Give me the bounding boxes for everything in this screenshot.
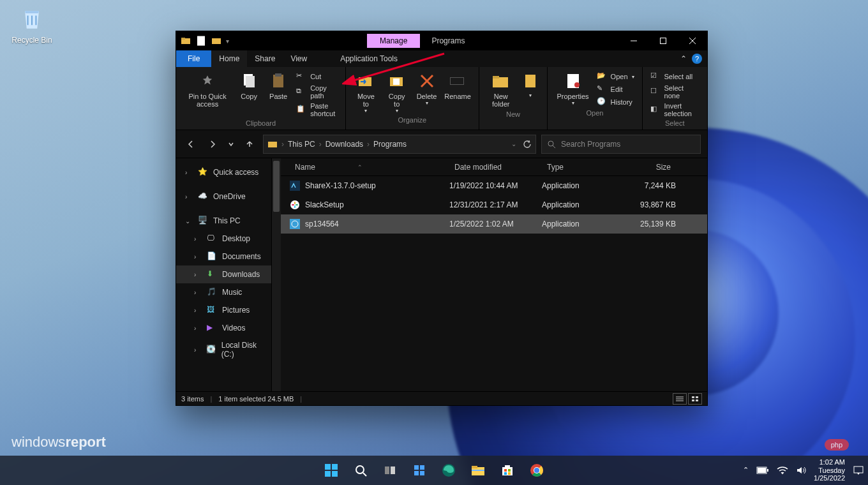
column-headers[interactable]: Name⌃ Date modified Type Size — [281, 158, 707, 176]
taskbar[interactable]: ⌃ 1:02 AM Tuesday 1/25/2022 — [0, 456, 868, 485]
copy-to-icon — [387, 71, 407, 91]
file-row[interactable]: SlackSetup12/31/2021 2:17 AMApplication9… — [281, 195, 707, 214]
sidebar-local-disk[interactable]: ›💽Local Disk (C:) — [176, 337, 271, 362]
file-date: 12/31/2021 2:17 AM — [449, 200, 542, 209]
search-box[interactable]: Search Programs — [541, 135, 701, 154]
file-size: 93,867 KB — [618, 200, 676, 209]
chrome-button[interactable] — [524, 458, 550, 483]
file-size: 7,244 KB — [618, 181, 676, 190]
collapse-ribbon-icon[interactable]: ⌃ — [680, 54, 687, 63]
sidebar-onedrive[interactable]: ›☁️OneDrive — [176, 188, 271, 205]
file-size: 25,139 KB — [618, 220, 676, 228]
pin-icon — [197, 71, 218, 91]
tray-chevron-icon[interactable]: ⌃ — [743, 466, 749, 474]
svg-rect-39 — [692, 396, 694, 398]
minimize-button[interactable] — [619, 31, 648, 50]
svg-rect-59 — [502, 467, 513, 475]
volume-icon[interactable] — [796, 466, 806, 475]
sidebar-downloads[interactable]: ›⬇Downloads — [176, 265, 271, 283]
search-button[interactable] — [348, 458, 373, 483]
delete-button[interactable]: Delete▾ — [413, 70, 441, 107]
sidebar-this-pc[interactable]: ⌄🖥️This PC — [176, 212, 271, 230]
forward-button[interactable] — [204, 136, 221, 153]
breadcrumb-programs[interactable]: Programs — [373, 140, 407, 149]
address-bar[interactable]: › This PC › Downloads › Programs ⌄ — [263, 135, 536, 154]
help-icon[interactable]: ? — [692, 54, 702, 64]
copy-to-button[interactable]: Copy to▾ — [382, 70, 412, 115]
status-selection: 1 item selected 24.5 MB — [218, 395, 294, 403]
sidebar-quick-access[interactable]: ›⭐Quick access — [176, 163, 271, 181]
details-view-button[interactable] — [673, 393, 687, 405]
pin-to-quick-access-button[interactable]: Pin to Quick access — [181, 70, 234, 109]
sidebar-scrollbar[interactable] — [272, 158, 281, 391]
titlebar[interactable]: ▾ Manage Programs — [176, 31, 707, 50]
new-item-button[interactable]: ▾ — [519, 70, 542, 100]
breadcrumb-downloads[interactable]: Downloads — [326, 140, 363, 149]
system-tray[interactable]: ⌃ 1:02 AM Tuesday 1/25/2022 — [743, 458, 864, 482]
up-button[interactable] — [241, 136, 258, 153]
thumbnails-view-button[interactable] — [688, 393, 702, 405]
file-tab[interactable]: File — [176, 50, 211, 67]
battery-icon[interactable] — [756, 466, 769, 474]
file-row[interactable]: sp1345641/25/2022 1:02 AMApplication25,1… — [281, 214, 707, 234]
invert-selection-button[interactable]: ◧Invert selection — [648, 101, 702, 118]
paste-shortcut-button[interactable]: 📋Paste shortcut — [294, 101, 340, 118]
paste-shortcut-icon: 📋 — [296, 105, 306, 115]
back-button[interactable] — [183, 136, 199, 153]
group-select: Select — [665, 118, 685, 128]
close-button[interactable] — [678, 31, 707, 50]
move-to-button[interactable]: Move to▾ — [351, 70, 381, 115]
new-folder-button[interactable]: New folder — [484, 70, 518, 109]
home-tab[interactable]: Home — [211, 50, 247, 67]
file-date: 1/19/2022 10:44 AM — [449, 181, 542, 190]
rename-button[interactable]: Rename — [442, 70, 474, 101]
svg-point-23 — [574, 82, 580, 87]
svg-rect-24 — [268, 142, 277, 147]
sidebar-documents[interactable]: ›📄Documents — [176, 248, 271, 265]
application-tools-tab[interactable]: Application Tools — [333, 50, 405, 67]
svg-rect-33 — [290, 219, 300, 229]
pc-icon: 🖥️ — [198, 216, 208, 226]
share-tab[interactable]: Share — [247, 50, 283, 67]
paste-button[interactable]: Paste — [264, 70, 292, 101]
task-view-button[interactable] — [377, 458, 403, 483]
select-all-button[interactable]: ☑Select all — [648, 71, 702, 82]
file-explorer-button[interactable] — [465, 458, 491, 483]
navigation-pane[interactable]: ›⭐Quick access ›☁️OneDrive ⌄🖥️This PC ›🖵… — [176, 158, 272, 391]
file-row[interactable]: ShareX-13.7.0-setup1/19/2022 10:44 AMApp… — [281, 176, 707, 195]
microsoft-store-button[interactable] — [495, 458, 520, 483]
edge-button[interactable] — [436, 458, 461, 483]
notifications-icon[interactable] — [853, 465, 864, 475]
history-button[interactable]: 🕑History — [594, 96, 637, 108]
maximize-button[interactable] — [648, 31, 678, 50]
qat-chevron-icon[interactable]: ▾ — [226, 38, 229, 45]
copy-path-button[interactable]: ⧉Copy path — [294, 84, 340, 100]
svg-line-26 — [553, 146, 555, 148]
open-button[interactable]: 📂Open ▾ — [594, 71, 637, 82]
wifi-icon[interactable] — [777, 466, 788, 475]
breadcrumb-root[interactable]: This PC — [288, 140, 315, 149]
select-none-button[interactable]: ☐Select none — [648, 84, 702, 100]
start-button[interactable] — [318, 458, 344, 483]
recent-locations-button[interactable] — [226, 136, 236, 153]
widgets-button[interactable] — [407, 458, 432, 483]
address-chevron-icon[interactable]: ⌄ — [511, 140, 516, 147]
sidebar-music[interactable]: ›🎵Music — [176, 283, 271, 301]
view-tab[interactable]: View — [283, 50, 315, 67]
svg-rect-14 — [393, 78, 400, 85]
sidebar-pictures[interactable]: ›🖼Pictures — [176, 301, 271, 319]
sidebar-desktop[interactable]: ›🖵Desktop — [176, 230, 271, 248]
clock[interactable]: 1:02 AM Tuesday 1/25/2022 — [814, 458, 845, 482]
cut-button[interactable]: ✂Cut — [294, 71, 340, 82]
sidebar-videos[interactable]: ›▶Videos — [176, 319, 271, 337]
recycle-bin[interactable]: Recycle Bin — [6, 5, 57, 45]
copy-button[interactable]: Copy — [235, 70, 263, 101]
paste-icon — [268, 71, 288, 91]
recycle-bin-icon — [18, 5, 46, 33]
star-icon: ⭐ — [198, 167, 208, 177]
folder2-icon — [211, 35, 222, 47]
refresh-button[interactable] — [523, 140, 532, 149]
edit-button[interactable]: ✎Edit — [594, 84, 637, 95]
contextual-tab-manage[interactable]: Manage — [367, 34, 420, 48]
properties-button[interactable]: Properties▾ — [553, 70, 592, 107]
